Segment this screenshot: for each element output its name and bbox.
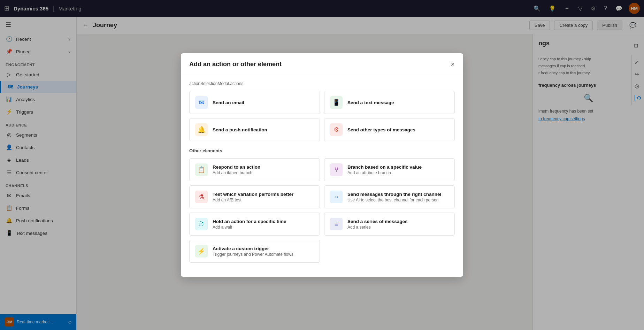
card-right-channel[interactable]: ↔ Send messages through the right channe… (324, 185, 455, 208)
card-icon-ab-test: ⚗ (195, 191, 208, 203)
card-branch-value[interactable]: ⑂ Branch based on a specific value Add a… (324, 158, 455, 181)
card-subtitle-custom-trigger: Trigger journeys and Power Automate flow… (213, 252, 293, 257)
card-icon-branch-value: ⑂ (330, 163, 343, 176)
modal-title: Add an action or other element (189, 61, 282, 68)
card-icon-hold-time: ⏱ (195, 218, 208, 230)
card-send-email[interactable]: ✉ Send an email (189, 91, 320, 114)
modal-close-button[interactable]: × (451, 60, 455, 68)
card-subtitle-right-channel: Use AI to select the best channel for ea… (347, 198, 441, 202)
card-title-send-series: Send a series of messages (347, 219, 408, 224)
section-key-label: actionSelectionModal.actions (189, 81, 455, 86)
card-title-respond-action: Respond to an action (213, 164, 260, 170)
card-title-hold-time: Hold an action for a specific time (213, 219, 286, 224)
card-text-send-series: Send a series of messages Add a series (347, 219, 408, 230)
card-title-right-channel: Send messages through the right channel (347, 192, 441, 197)
card-text-send-email: Send an email (213, 100, 244, 105)
card-text-branch-value: Branch based on a specific value Add an … (347, 164, 422, 175)
other-elements-label: Other elements (189, 148, 455, 153)
card-icon-right-channel: ↔ (330, 191, 343, 203)
other-elements-grid: 📋 Respond to an action Add an if/then br… (189, 158, 455, 263)
card-text-respond-action: Respond to an action Add an if/then bran… (213, 164, 260, 175)
card-title-branch-value: Branch based on a specific value (347, 164, 422, 170)
card-text-right-channel: Send messages through the right channel … (347, 192, 441, 202)
card-subtitle-ab-test: Add an A/B test (213, 198, 293, 202)
modal: Add an action or other element × actionS… (181, 53, 463, 277)
modal-body: actionSelectionModal.actions ✉ Send an e… (181, 74, 463, 277)
card-custom-trigger[interactable]: ⚡ Activate a custom trigger Trigger jour… (189, 240, 320, 263)
actions-grid: ✉ Send an email 📱 Send a text message 🔔 … (189, 91, 455, 141)
card-respond-action[interactable]: 📋 Respond to an action Add an if/then br… (189, 158, 320, 181)
card-title-send-email: Send an email (213, 100, 244, 105)
card-send-push[interactable]: 🔔 Send a push notification (189, 118, 320, 141)
card-title-send-other: Send other types of messages (347, 127, 415, 132)
card-send-series[interactable]: ≡ Send a series of messages Add a series (324, 213, 455, 236)
card-icon-custom-trigger: ⚡ (195, 245, 208, 258)
card-text-hold-time: Hold an action for a specific time Add a… (213, 219, 286, 230)
card-send-text[interactable]: 📱 Send a text message (324, 91, 455, 114)
card-text-send-other: Send other types of messages (347, 127, 415, 132)
card-subtitle-send-series: Add a series (347, 225, 408, 230)
card-title-ab-test: Test which variation performs better (213, 192, 293, 197)
card-icon-send-series: ≡ (330, 218, 343, 230)
card-text-send-text: Send a text message (347, 100, 394, 105)
modal-overlay[interactable]: Add an action or other element × actionS… (0, 0, 644, 330)
card-text-custom-trigger: Activate a custom trigger Trigger journe… (213, 246, 293, 257)
card-text-ab-test: Test which variation performs better Add… (213, 192, 293, 202)
card-icon-respond-action: 📋 (195, 163, 208, 176)
card-subtitle-respond-action: Add an if/then branch (213, 170, 260, 175)
card-subtitle-hold-time: Add a wait (213, 225, 286, 230)
card-title-send-push: Send a push notification (213, 127, 267, 132)
card-text-send-push: Send a push notification (213, 127, 267, 132)
card-ab-test[interactable]: ⚗ Test which variation performs better A… (189, 185, 320, 208)
card-title-send-text: Send a text message (347, 100, 394, 105)
card-title-custom-trigger: Activate a custom trigger (213, 246, 293, 251)
card-hold-time[interactable]: ⏱ Hold an action for a specific time Add… (189, 213, 320, 236)
card-send-other[interactable]: ⚙ Send other types of messages (324, 118, 455, 141)
card-icon-send-text: 📱 (330, 96, 343, 109)
card-icon-send-other: ⚙ (330, 123, 343, 136)
card-subtitle-branch-value: Add an attribute branch (347, 170, 422, 175)
modal-header: Add an action or other element × (181, 53, 463, 74)
card-icon-send-email: ✉ (195, 96, 208, 109)
card-icon-send-push: 🔔 (195, 123, 208, 136)
